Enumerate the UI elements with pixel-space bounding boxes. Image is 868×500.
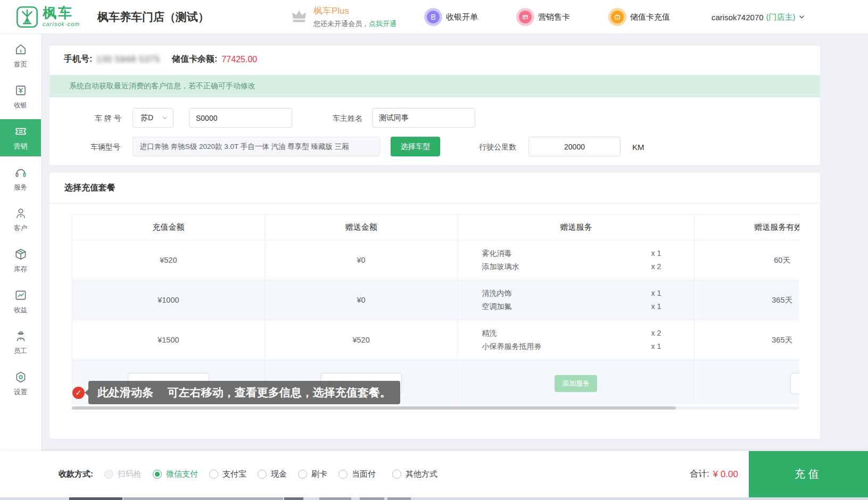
user-role: (门店主) — [766, 12, 796, 22]
package-row[interactable]: ¥520 ¥0 雾化消毒x 1 添加玻璃水x 2 60天 — [72, 240, 799, 280]
sale-card-icon — [519, 11, 532, 23]
total-label: 合计: — [690, 469, 709, 480]
payment-option-label: 刷卡 — [311, 469, 327, 479]
payment-option-label: 扫码枪 — [118, 469, 142, 479]
service-validity: 60天 — [695, 240, 799, 280]
sidebar-item-inventory[interactable]: 库存 — [0, 242, 41, 279]
phone-number-masked: 130 5948 5375 — [96, 55, 160, 64]
sidebar-item-label: 收银 — [14, 101, 27, 110]
mileage-input[interactable] — [528, 137, 621, 156]
quick-action-label: 收银开单 — [446, 12, 478, 22]
payment-option-label: 现金 — [271, 469, 287, 479]
scrollbar-guide-tooltip: ✓ 此处滑动条 可左右移动，查看更多信息，选择充值套餐。 — [72, 381, 400, 404]
sidebar-item-label: 首页 — [14, 60, 27, 69]
divider — [49, 203, 820, 204]
payment-option-other[interactable]: 其他方式 — [392, 469, 437, 479]
plus-subtitle-text: 您还未开通会员， — [313, 20, 369, 28]
package-row[interactable]: ¥1500 ¥520 精洗x 2 小保养服务抵用券x 1 365天 — [72, 320, 799, 360]
owner-label: 车主姓名 — [333, 114, 362, 123]
sidebar-item-label: 服务 — [14, 183, 27, 192]
payment-option-wechat[interactable]: 微信支付 — [153, 469, 198, 479]
service-name: 雾化消毒 — [482, 248, 511, 259]
select-model-button[interactable]: 选择车型 — [391, 137, 440, 156]
customer-info-card: 手机号: 130 5948 5375 储值卡余额: 77425.00 系统自动获… — [49, 46, 820, 165]
add-service-button[interactable]: 添加服务 — [555, 375, 597, 392]
plate-number-input[interactable] — [189, 108, 292, 128]
ticket-icon — [14, 124, 28, 138]
bonus-amount: ¥520 — [265, 320, 458, 360]
bonus-services: 雾化消毒x 1 添加玻璃水x 2 — [458, 240, 695, 280]
table-header-row: 充值金额 赠送金额 赠送服务 赠送服务有效期 — [72, 215, 799, 240]
checkout-bar: 收款方式: 扫码枪 微信支付 支付宝 现金 刷卡 当面付 其他方式 合计: ¥ … — [0, 451, 868, 497]
plus-activate-link[interactable]: 点我开通 — [369, 20, 396, 28]
custom-validity-input[interactable] — [790, 373, 799, 394]
km-unit: KM — [632, 143, 644, 152]
quick-action-card-sale[interactable]: 营销售卡 — [519, 0, 570, 34]
sidebar-nav: 首页 收银 营销 服务 客户 库存 收益 员工 — [0, 34, 41, 451]
plus-membership: 枫车Plus 您还未开通会员，点我开通 — [290, 5, 396, 29]
horizontal-scrollbar-thumb[interactable] — [72, 406, 676, 410]
service-name: 空调加氟 — [482, 302, 511, 312]
sidebar-item-service[interactable]: 服务 — [0, 160, 41, 197]
sidebar-item-label: 收益 — [14, 306, 27, 315]
payment-option-alipay[interactable]: 支付宝 — [209, 469, 246, 479]
custom-services-cell: 添加服务 — [458, 360, 695, 404]
payment-option-cash[interactable]: 现金 — [258, 469, 287, 479]
sidebar-item-label: 设置 — [14, 388, 27, 397]
plate-province-select[interactable]: 苏D — [133, 108, 173, 128]
radio-icon — [298, 470, 307, 479]
package-row[interactable]: ¥1000 ¥0 清洗内饰x 1 空调加氟x 1 365天 — [72, 280, 799, 320]
payment-option-scan-gun[interactable]: 扫码枪 — [104, 469, 142, 479]
sidebar-item-cashier[interactable]: 收银 — [0, 78, 41, 115]
home-icon — [14, 43, 28, 56]
sidebar-item-staff[interactable]: 员工 — [0, 324, 41, 361]
recharge-submit-button[interactable]: 充值 — [749, 451, 868, 497]
sidebar-item-settings[interactable]: 设置 — [0, 365, 41, 402]
guide-tooltip-text: 此处滑动条 可左右移动，查看更多信息，选择充值套餐。 — [88, 381, 400, 404]
quick-action-recharge[interactable]: 储值卡充值 — [611, 0, 670, 34]
owner-name-input[interactable] — [372, 108, 475, 128]
brand-logo[interactable]: 枫车 carisok·com — [16, 6, 80, 28]
bonus-services: 精洗x 2 小保养服务抵用券x 1 — [458, 320, 695, 360]
plate-province-value: 苏D — [140, 113, 153, 123]
recharge-amount: ¥1500 — [72, 320, 265, 360]
payment-option-label: 当面付 — [352, 469, 376, 479]
payment-option-face-to-face[interactable]: 当面付 — [338, 469, 376, 479]
sidebar-item-earnings[interactable]: 收益 — [0, 283, 41, 320]
payment-methods-label: 收款方式: — [59, 469, 93, 479]
column-header: 充值金额 — [72, 215, 265, 240]
taskbar-item — [123, 497, 283, 500]
earnings-chart-icon — [14, 288, 28, 302]
taskbar-item — [360, 497, 384, 500]
service-validity: 365天 — [695, 280, 799, 320]
service-count: x 2 — [651, 328, 662, 338]
horizontal-scrollbar-track — [72, 406, 799, 410]
top-bar: 枫车 carisok·com 枫车养车门店（测试） 枫车Plus 您还未开通会员… — [0, 0, 868, 34]
taskbar-item — [319, 497, 351, 500]
payment-option-label: 微信支付 — [166, 469, 198, 479]
sidebar-item-home[interactable]: 首页 — [0, 37, 41, 74]
bonus-services: 清洗内饰x 1 空调加氟x 1 — [458, 280, 695, 320]
service-name: 清洗内饰 — [482, 288, 511, 298]
sidebar-item-marketing[interactable]: 营销 — [0, 119, 41, 156]
bonus-amount: ¥0 — [265, 280, 458, 320]
chevron-down-icon — [162, 115, 168, 121]
payment-option-card[interactable]: 刷卡 — [298, 469, 327, 479]
taskbar-item — [69, 497, 122, 500]
sidebar-item-label: 员工 — [14, 347, 27, 356]
billing-order-icon — [427, 11, 440, 23]
column-header: 赠送金额 — [265, 215, 458, 240]
payment-option-label: 支付宝 — [222, 469, 246, 479]
headset-icon — [14, 165, 28, 179]
service-name: 精洗 — [482, 328, 497, 338]
user-menu[interactable]: carisok742070 (门店主) — [712, 0, 805, 34]
recharge-amount: ¥1000 — [72, 280, 265, 320]
service-name: 添加玻璃水 — [482, 262, 519, 272]
radio-icon — [258, 470, 267, 479]
taskbar-item — [387, 497, 411, 500]
quick-action-billing[interactable]: 收银开单 — [427, 0, 478, 34]
settings-gear-icon — [14, 370, 28, 384]
taskbar-strip — [0, 497, 868, 500]
sidebar-item-customers[interactable]: 客户 — [0, 201, 41, 238]
vehicle-model-field[interactable]: 进口奔驰 奔驰S级 2020款 3.0T 手自一体 汽油 尊享型 臻藏版 三厢 — [133, 137, 380, 156]
